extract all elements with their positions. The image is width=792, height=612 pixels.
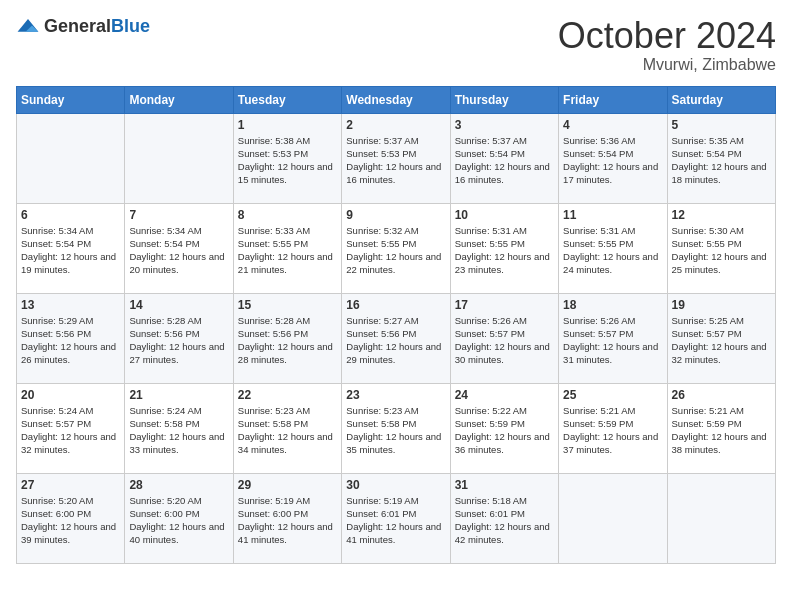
day-info: Sunrise: 5:23 AMSunset: 5:58 PMDaylight:… [346,404,445,457]
calendar-cell: 19Sunrise: 5:25 AMSunset: 5:57 PMDayligh… [667,293,775,383]
weekday-header-tuesday: Tuesday [233,86,341,113]
day-info: Sunrise: 5:34 AMSunset: 5:54 PMDaylight:… [21,224,120,277]
day-info: Sunrise: 5:38 AMSunset: 5:53 PMDaylight:… [238,134,337,187]
day-info: Sunrise: 5:28 AMSunset: 5:56 PMDaylight:… [129,314,228,367]
day-info: Sunrise: 5:19 AMSunset: 6:00 PMDaylight:… [238,494,337,547]
day-number: 23 [346,388,445,402]
day-info: Sunrise: 5:26 AMSunset: 5:57 PMDaylight:… [563,314,662,367]
day-number: 14 [129,298,228,312]
title-block: October 2024 Mvurwi, Zimbabwe [558,16,776,74]
day-number: 8 [238,208,337,222]
calendar-cell: 23Sunrise: 5:23 AMSunset: 5:58 PMDayligh… [342,383,450,473]
calendar-cell [667,473,775,563]
calendar-cell: 5Sunrise: 5:35 AMSunset: 5:54 PMDaylight… [667,113,775,203]
calendar-cell: 9Sunrise: 5:32 AMSunset: 5:55 PMDaylight… [342,203,450,293]
calendar-cell: 27Sunrise: 5:20 AMSunset: 6:00 PMDayligh… [17,473,125,563]
day-number: 2 [346,118,445,132]
day-info: Sunrise: 5:31 AMSunset: 5:55 PMDaylight:… [563,224,662,277]
page-header: GeneralBlue October 2024 Mvurwi, Zimbabw… [16,16,776,74]
day-number: 10 [455,208,554,222]
calendar-cell: 12Sunrise: 5:30 AMSunset: 5:55 PMDayligh… [667,203,775,293]
day-number: 12 [672,208,771,222]
weekday-header-thursday: Thursday [450,86,558,113]
day-number: 11 [563,208,662,222]
calendar-cell: 16Sunrise: 5:27 AMSunset: 5:56 PMDayligh… [342,293,450,383]
day-info: Sunrise: 5:30 AMSunset: 5:55 PMDaylight:… [672,224,771,277]
location-title: Mvurwi, Zimbabwe [558,56,776,74]
calendar-cell: 30Sunrise: 5:19 AMSunset: 6:01 PMDayligh… [342,473,450,563]
calendar-cell [125,113,233,203]
weekday-header-wednesday: Wednesday [342,86,450,113]
calendar-cell: 22Sunrise: 5:23 AMSunset: 5:58 PMDayligh… [233,383,341,473]
day-info: Sunrise: 5:18 AMSunset: 6:01 PMDaylight:… [455,494,554,547]
calendar-week-row: 13Sunrise: 5:29 AMSunset: 5:56 PMDayligh… [17,293,776,383]
weekday-header-monday: Monday [125,86,233,113]
weekday-header-saturday: Saturday [667,86,775,113]
day-number: 27 [21,478,120,492]
calendar-cell: 21Sunrise: 5:24 AMSunset: 5:58 PMDayligh… [125,383,233,473]
day-info: Sunrise: 5:34 AMSunset: 5:54 PMDaylight:… [129,224,228,277]
calendar-cell: 29Sunrise: 5:19 AMSunset: 6:00 PMDayligh… [233,473,341,563]
day-info: Sunrise: 5:22 AMSunset: 5:59 PMDaylight:… [455,404,554,457]
calendar-cell: 2Sunrise: 5:37 AMSunset: 5:53 PMDaylight… [342,113,450,203]
calendar-cell [17,113,125,203]
calendar-cell: 1Sunrise: 5:38 AMSunset: 5:53 PMDaylight… [233,113,341,203]
weekday-header-sunday: Sunday [17,86,125,113]
day-number: 1 [238,118,337,132]
day-number: 4 [563,118,662,132]
calendar-body: 1Sunrise: 5:38 AMSunset: 5:53 PMDaylight… [17,113,776,563]
day-info: Sunrise: 5:21 AMSunset: 5:59 PMDaylight:… [563,404,662,457]
day-number: 31 [455,478,554,492]
calendar-cell: 3Sunrise: 5:37 AMSunset: 5:54 PMDaylight… [450,113,558,203]
day-info: Sunrise: 5:20 AMSunset: 6:00 PMDaylight:… [21,494,120,547]
day-info: Sunrise: 5:33 AMSunset: 5:55 PMDaylight:… [238,224,337,277]
calendar-cell: 28Sunrise: 5:20 AMSunset: 6:00 PMDayligh… [125,473,233,563]
day-number: 18 [563,298,662,312]
day-info: Sunrise: 5:37 AMSunset: 5:53 PMDaylight:… [346,134,445,187]
day-number: 6 [21,208,120,222]
day-number: 20 [21,388,120,402]
logo-icon [16,17,40,37]
calendar-cell: 11Sunrise: 5:31 AMSunset: 5:55 PMDayligh… [559,203,667,293]
day-info: Sunrise: 5:20 AMSunset: 6:00 PMDaylight:… [129,494,228,547]
day-info: Sunrise: 5:19 AMSunset: 6:01 PMDaylight:… [346,494,445,547]
day-number: 9 [346,208,445,222]
day-info: Sunrise: 5:23 AMSunset: 5:58 PMDaylight:… [238,404,337,457]
weekday-header-friday: Friday [559,86,667,113]
weekday-header-row: SundayMondayTuesdayWednesdayThursdayFrid… [17,86,776,113]
day-info: Sunrise: 5:26 AMSunset: 5:57 PMDaylight:… [455,314,554,367]
day-number: 7 [129,208,228,222]
calendar-table: SundayMondayTuesdayWednesdayThursdayFrid… [16,86,776,564]
day-number: 3 [455,118,554,132]
day-number: 17 [455,298,554,312]
day-number: 21 [129,388,228,402]
day-info: Sunrise: 5:28 AMSunset: 5:56 PMDaylight:… [238,314,337,367]
calendar-week-row: 1Sunrise: 5:38 AMSunset: 5:53 PMDaylight… [17,113,776,203]
day-number: 25 [563,388,662,402]
calendar-week-row: 20Sunrise: 5:24 AMSunset: 5:57 PMDayligh… [17,383,776,473]
day-number: 29 [238,478,337,492]
day-info: Sunrise: 5:35 AMSunset: 5:54 PMDaylight:… [672,134,771,187]
day-number: 19 [672,298,771,312]
day-number: 30 [346,478,445,492]
calendar-week-row: 6Sunrise: 5:34 AMSunset: 5:54 PMDaylight… [17,203,776,293]
calendar-cell: 31Sunrise: 5:18 AMSunset: 6:01 PMDayligh… [450,473,558,563]
month-title: October 2024 [558,16,776,56]
calendar-cell: 18Sunrise: 5:26 AMSunset: 5:57 PMDayligh… [559,293,667,383]
day-info: Sunrise: 5:25 AMSunset: 5:57 PMDaylight:… [672,314,771,367]
day-info: Sunrise: 5:29 AMSunset: 5:56 PMDaylight:… [21,314,120,367]
logo: GeneralBlue [16,16,150,37]
day-info: Sunrise: 5:31 AMSunset: 5:55 PMDaylight:… [455,224,554,277]
day-info: Sunrise: 5:36 AMSunset: 5:54 PMDaylight:… [563,134,662,187]
calendar-cell: 26Sunrise: 5:21 AMSunset: 5:59 PMDayligh… [667,383,775,473]
calendar-cell: 10Sunrise: 5:31 AMSunset: 5:55 PMDayligh… [450,203,558,293]
calendar-cell: 8Sunrise: 5:33 AMSunset: 5:55 PMDaylight… [233,203,341,293]
calendar-cell: 17Sunrise: 5:26 AMSunset: 5:57 PMDayligh… [450,293,558,383]
day-number: 22 [238,388,337,402]
day-info: Sunrise: 5:21 AMSunset: 5:59 PMDaylight:… [672,404,771,457]
calendar-cell [559,473,667,563]
day-info: Sunrise: 5:27 AMSunset: 5:56 PMDaylight:… [346,314,445,367]
day-info: Sunrise: 5:24 AMSunset: 5:58 PMDaylight:… [129,404,228,457]
day-number: 13 [21,298,120,312]
day-number: 16 [346,298,445,312]
